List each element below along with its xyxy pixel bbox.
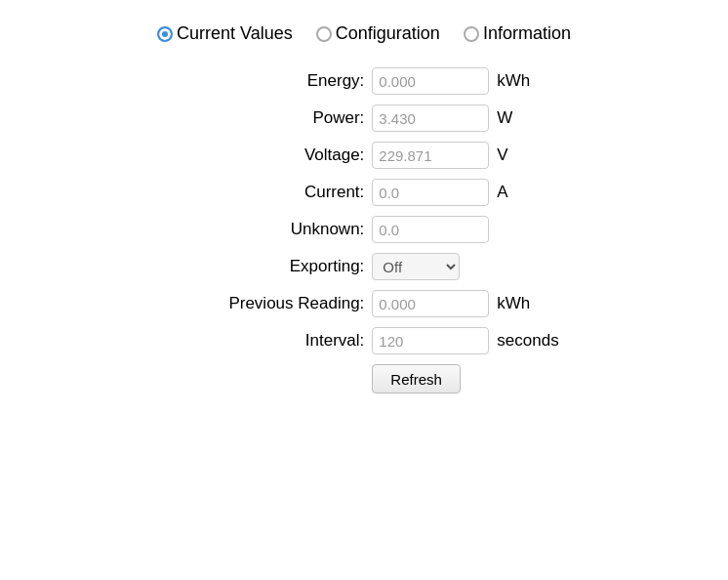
power-row: Power: W: [169, 104, 512, 132]
previous-reading-row: Previous Reading: kWh: [169, 290, 530, 317]
power-label: Power:: [169, 108, 364, 128]
form-area: Energy: kWh Power: W Voltage: V Current:…: [169, 67, 558, 394]
radio-information[interactable]: [464, 26, 479, 42]
tab-information-label: Information: [483, 23, 571, 44]
energy-label: Energy:: [169, 71, 364, 91]
previous-reading-label: Previous Reading:: [169, 294, 364, 313]
radio-current-values[interactable]: [157, 26, 173, 42]
tab-configuration[interactable]: Configuration: [306, 20, 450, 48]
exporting-label: Exporting:: [169, 257, 364, 276]
energy-unit: kWh: [497, 71, 530, 91]
radio-configuration[interactable]: [316, 26, 332, 42]
interval-unit: seconds: [497, 331, 558, 351]
current-label: Current:: [169, 183, 364, 202]
unknown-input[interactable]: [372, 216, 489, 243]
tab-current-values[interactable]: Current Values: [147, 20, 303, 48]
tab-configuration-label: Configuration: [336, 23, 440, 44]
power-unit: W: [497, 108, 512, 128]
power-input[interactable]: [372, 104, 489, 132]
exporting-select[interactable]: Off On: [372, 253, 460, 280]
interval-row: Interval: seconds: [169, 327, 558, 354]
unknown-label: Unknown:: [169, 220, 364, 239]
voltage-row: Voltage: V: [169, 142, 507, 169]
current-input[interactable]: [372, 179, 489, 206]
refresh-row: Refresh: [169, 364, 461, 394]
previous-reading-unit: kWh: [497, 294, 530, 313]
interval-input[interactable]: [372, 327, 489, 354]
previous-reading-input[interactable]: [372, 290, 489, 317]
interval-label: Interval:: [169, 331, 364, 351]
tab-information[interactable]: Information: [454, 20, 581, 48]
voltage-label: Voltage:: [169, 145, 364, 165]
tab-bar: Current Values Configuration Information: [147, 20, 581, 48]
refresh-button[interactable]: Refresh: [372, 364, 461, 394]
unknown-row: Unknown:: [169, 216, 497, 243]
voltage-unit: V: [497, 145, 507, 165]
energy-row: Energy: kWh: [169, 67, 530, 95]
exporting-row: Exporting: Off On: [169, 253, 467, 280]
energy-input[interactable]: [372, 67, 489, 95]
current-row: Current: A: [169, 179, 507, 206]
tab-current-values-label: Current Values: [177, 23, 293, 44]
voltage-input[interactable]: [372, 142, 489, 169]
current-unit: A: [497, 183, 507, 202]
